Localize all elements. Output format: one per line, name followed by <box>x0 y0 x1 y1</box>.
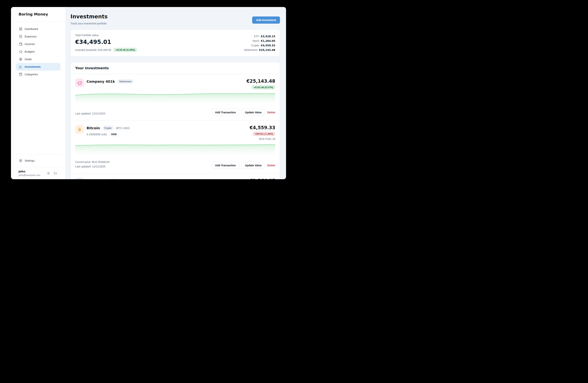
piggy-bank-icon <box>19 50 22 53</box>
page-subtitle: Track your investment portfolio <box>70 22 108 25</box>
app-logo: Boring Money <box>19 12 65 17</box>
user-name: John <box>19 170 40 173</box>
dashboard-icon <box>19 27 22 31</box>
investment-row-bitcoin: Bitcoin Crypto (BTC-USD) 0.15000000 unit… <box>71 120 280 173</box>
portfolio-summary-card: Total Portfolio Value €34,495.01 Investe… <box>70 30 280 57</box>
breakdown-row-stock: Stock:€1,264.05 <box>244 38 275 43</box>
logout-icon[interactable] <box>54 172 57 175</box>
sidebar-item-settings[interactable]: Settings <box>16 157 61 164</box>
investments-list-card: Your Investments Company 401k Retirement… <box>70 62 280 179</box>
app-window: Boring Money Dashboard Expenses Incomes … <box>11 7 286 179</box>
sidebar-item-label: Incomes <box>25 43 35 46</box>
sidebar-item-label: Goals <box>25 58 32 61</box>
currency-badge: USD <box>109 132 119 136</box>
portfolio-breakdown: ETF:€3,528.15 Stock:€1,264.05 Crypto:€4,… <box>244 34 275 52</box>
add-investment-button[interactable]: Add Investment <box>252 17 280 24</box>
add-transaction-button[interactable]: Add Transaction <box>211 109 239 116</box>
investment-units: 0.15000000 units <box>86 133 107 136</box>
breakdown-row-retirement: Retirement:€25,143.48 <box>244 48 275 52</box>
add-transaction-button[interactable]: Add Transaction <box>211 162 239 169</box>
sidebar: Boring Money Dashboard Expenses Incomes … <box>11 7 65 179</box>
portfolio-value-label: Total Portfolio Value <box>75 34 137 37</box>
page-title: Investments <box>70 13 108 20</box>
last-updated: Last updated: 12/21/2025 <box>75 164 109 169</box>
last-updated: Last updated: 12/21/2025 <box>75 111 105 116</box>
sidebar-item-label: Dashboard <box>25 27 38 30</box>
investment-native-value: $US 5'341.29 <box>259 137 275 140</box>
breakdown-row-etf: ETF:€3,528.15 <box>244 34 275 38</box>
wallet-icon <box>19 42 22 46</box>
shopping-bag-icon <box>19 73 22 76</box>
user-email: john@example.com <box>19 174 40 176</box>
delete-button[interactable]: Delete <box>267 164 275 167</box>
investment-change-badge: -€59.54 (-1.29%) <box>252 132 275 136</box>
sidebar-item-expenses[interactable]: Expenses <box>16 33 61 40</box>
sidebar-item-incomes[interactable]: Incomes <box>16 40 61 48</box>
sidebar-item-label: Budgets <box>25 50 35 53</box>
investment-name: Apple Inc. <box>86 179 106 179</box>
sidebar-bottom: Settings John john@example.com <box>11 154 65 179</box>
divider <box>14 167 62 167</box>
receipt-icon <box>19 35 22 38</box>
investment-type-badge: Stock <box>108 179 119 179</box>
portfolio-change-badge: +€135.46 (0.39%) <box>113 48 137 52</box>
investment-name: Company 401k <box>86 79 115 83</box>
retirement-piggy-icon <box>75 78 84 87</box>
user-profile: John john@example.com <box>11 170 65 179</box>
investment-value: €1,264.05 <box>250 178 275 179</box>
sidebar-item-label: Expenses <box>25 35 37 38</box>
sparkline-chart <box>75 143 275 157</box>
invested-tracked: Invested (tracked): €34,359.55 <box>75 48 111 52</box>
update-value-button[interactable]: Update Value <box>242 162 265 169</box>
investment-name: Bitcoin <box>86 126 100 130</box>
gear-icon <box>19 159 22 162</box>
investment-row-company-401k: Company 401k Retirement €25,143.48 +€143… <box>71 74 280 120</box>
bitcoin-icon <box>75 125 84 134</box>
chart-line-icon <box>19 65 22 69</box>
page-header: Investments Track your investment portfo… <box>70 13 280 25</box>
investment-type-badge: Retirement <box>117 79 134 84</box>
sidebar-item-label: Investments <box>25 65 41 68</box>
sidebar-item-budgets[interactable]: Budgets <box>16 48 61 56</box>
sidebar-item-goals[interactable]: Goals <box>16 56 61 63</box>
sidebar-nav: Dashboard Expenses Incomes Budgets Goals… <box>11 22 65 78</box>
update-value-button[interactable]: Update Value <box>242 109 265 116</box>
sidebar-item-label: Settings <box>25 159 35 162</box>
sidebar-item-dashboard[interactable]: Dashboard <box>16 25 61 33</box>
investment-type-badge: Crypto <box>102 126 114 130</box>
sidebar-item-investments[interactable]: Investments <box>16 63 61 71</box>
investments-section-title: Your Investments <box>71 62 280 74</box>
delete-button[interactable]: Delete <box>267 111 275 114</box>
breakdown-row-crypto: Crypto:€4,559.33 <box>244 43 275 48</box>
sparkline-chart <box>75 92 275 107</box>
sidebar-item-categories[interactable]: Categories <box>16 71 61 78</box>
target-icon <box>19 57 22 61</box>
investment-ticker: (BTC-USD) <box>116 127 129 130</box>
main-content: Investments Track your investment portfo… <box>65 7 286 179</box>
investment-change-badge: +€143.48 (0.57%) <box>251 85 275 90</box>
stock-icon <box>75 178 84 179</box>
investment-value: €4,559.33 <box>250 125 275 130</box>
investment-value: €25,143.48 <box>247 78 275 84</box>
portfolio-value: €34,495.01 <box>75 38 137 45</box>
current-price: Current price: $US 35'608.63 <box>75 160 109 164</box>
investment-row-apple: Apple Inc. Stock (AAPL) €1,264.05 <box>71 173 280 179</box>
theme-sun-icon[interactable] <box>47 172 50 175</box>
sidebar-item-label: Categories <box>25 73 38 76</box>
